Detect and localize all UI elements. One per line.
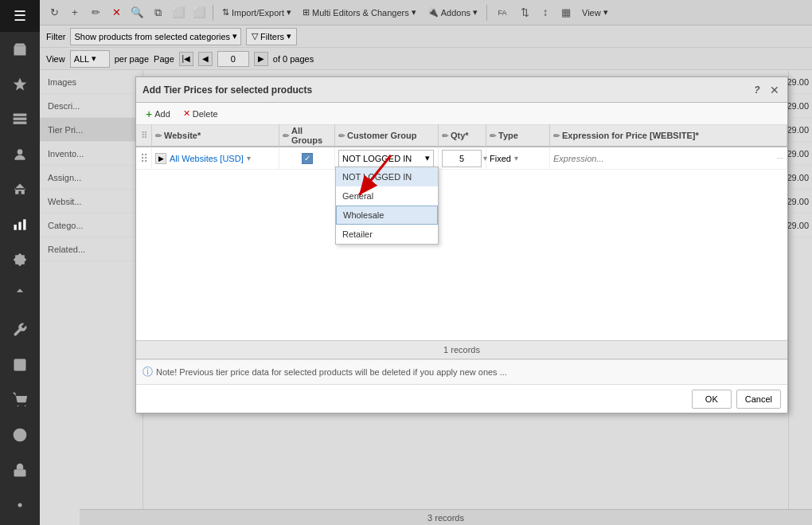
info-icon: ⓘ (142, 365, 153, 379)
sidebar-item-security[interactable] (0, 453, 40, 488)
type-dropdown-arrow[interactable]: ▾ (514, 154, 518, 163)
records-bar: 1 records (136, 340, 787, 359)
sidebar-item-content[interactable] (0, 347, 40, 382)
modal-note: ⓘ Note! Previous tier price data for sel… (136, 359, 787, 384)
tier-prices-modal: Add Tier Prices for selected products ? … (135, 76, 788, 413)
modal-title: Add Tier Prices for selected products (142, 84, 312, 96)
sidebar-item-reports[interactable] (0, 207, 40, 242)
th-all-groups[interactable]: ✏ All Groups (279, 124, 335, 147)
customer-group-chevron: ▾ (425, 153, 430, 163)
dropdown-option-wholesale[interactable]: Wholesale (336, 206, 438, 225)
sidebar: ☰ (0, 0, 40, 525)
td-customer-group[interactable]: NOT LOGGED IN ▾ NOT LOGGED IN General Wh… (335, 147, 439, 170)
modal-table: ⠿ ▶ All Websites [USD] ▾ NOT LOGGED IN ▾ (136, 147, 787, 340)
expression-options-icon[interactable]: ··· (777, 154, 783, 163)
expression-input[interactable] (553, 150, 777, 167)
svg-rect-4 (14, 122, 27, 124)
sidebar-item-tools[interactable] (0, 312, 40, 347)
sidebar-item-favorites[interactable] (0, 67, 40, 102)
sidebar-item-sales[interactable] (0, 382, 40, 417)
sidebar-item-extensions[interactable] (0, 242, 40, 277)
th-website[interactable]: ✏ Website* (152, 124, 279, 147)
modal-header: Add Tier Prices for selected products ? … (136, 77, 787, 103)
main-content: ↻ + ✏ ✕ 🔍 ⧉ ⬜ ⬜ ⇅ Import/Export ▾ ⊞ Mult… (40, 0, 812, 525)
td-all-groups[interactable] (279, 147, 335, 170)
modal-header-actions: ? ✕ (751, 84, 781, 96)
table-header: ⠿ ✏ Website* ✏ All Groups ✏ Customer Gro… (136, 125, 787, 147)
sidebar-item-settings[interactable] (0, 488, 40, 523)
modal-toolbar: + Add ✕ Delete (136, 103, 787, 125)
pencil-type-icon: ✏ (490, 131, 496, 140)
pencil-allgroups-icon: ✏ (283, 131, 289, 140)
svg-rect-3 (14, 118, 27, 120)
website-value: All Websites [USD] (170, 154, 244, 163)
svg-rect-7 (18, 222, 21, 230)
svg-point-14 (18, 503, 22, 507)
modal-buttons: OK Cancel (136, 384, 787, 413)
delete-icon: ✕ (183, 108, 190, 119)
customer-group-select[interactable]: NOT LOGGED IN ▾ (338, 150, 434, 167)
sidebar-item-upload[interactable] (0, 277, 40, 312)
svg-point-10 (18, 406, 19, 407)
drag-header-icon: ⠿ (141, 131, 147, 141)
td-expression[interactable]: ··· (550, 147, 787, 170)
sidebar-item-store[interactable] (0, 32, 40, 67)
th-qty[interactable]: ✏ Qty* (439, 124, 486, 147)
customer-group-dropdown[interactable]: NOT LOGGED IN General Wholesale Retailer (335, 167, 439, 245)
sidebar-toggle[interactable]: ☰ (0, 0, 40, 32)
all-groups-checkbox[interactable] (302, 153, 313, 164)
svg-rect-0 (14, 46, 26, 56)
th-type[interactable]: ✏ Type (486, 124, 550, 147)
svg-rect-8 (23, 219, 25, 229)
qty-input[interactable] (442, 150, 482, 167)
svg-rect-6 (14, 225, 17, 230)
pencil-qty-icon: ✏ (442, 131, 448, 140)
sidebar-item-home[interactable] (0, 172, 40, 207)
modal-close-button[interactable]: ✕ (768, 84, 781, 96)
dropdown-option-retailer[interactable]: Retailer (336, 225, 438, 244)
pencil-expression-icon: ✏ (553, 131, 560, 140)
svg-point-5 (18, 149, 23, 155)
th-expression[interactable]: ✏ Expression for Price [WEBSITE]* (550, 124, 787, 147)
modal-add-button[interactable]: + Add (141, 105, 175, 123)
table-row: ⠿ ▶ All Websites [USD] ▾ NOT LOGGED IN ▾ (136, 147, 787, 170)
dropdown-option-general[interactable]: General (336, 186, 438, 206)
sidebar-item-catalog[interactable] (0, 102, 40, 137)
add-icon: + (146, 108, 152, 120)
svg-point-11 (25, 406, 26, 407)
th-drag: ⠿ (136, 124, 152, 147)
pencil-website-icon: ✏ (155, 131, 162, 140)
ok-button[interactable]: OK (692, 390, 732, 409)
svg-rect-9 (14, 359, 26, 371)
svg-rect-13 (14, 469, 26, 476)
td-qty[interactable]: ▾ (439, 147, 486, 170)
td-website[interactable]: ▶ All Websites [USD] ▾ (152, 147, 279, 170)
td-drag: ⠿ (136, 147, 152, 170)
modal-delete-button[interactable]: ✕ Delete (178, 105, 223, 123)
svg-rect-2 (14, 114, 27, 116)
svg-marker-1 (14, 78, 27, 91)
sidebar-item-help[interactable] (0, 417, 40, 453)
cancel-button[interactable]: Cancel (736, 390, 781, 409)
td-type[interactable]: Fixed ▾ (486, 147, 550, 170)
note-info: ⓘ Note! Previous tier price data for sel… (142, 365, 781, 379)
dropdown-option-not-logged-in[interactable]: NOT LOGGED IN (336, 167, 438, 186)
pencil-custgroup-icon: ✏ (338, 131, 345, 140)
th-customer-group[interactable]: ✏ Customer Group (335, 124, 439, 147)
sidebar-item-users[interactable] (0, 137, 40, 172)
expand-website-button[interactable]: ▶ (155, 153, 166, 164)
drag-handle-icon[interactable]: ⠿ (140, 152, 148, 165)
modal-help-button[interactable]: ? (751, 84, 763, 96)
website-dropdown-arrow[interactable]: ▾ (247, 154, 251, 163)
